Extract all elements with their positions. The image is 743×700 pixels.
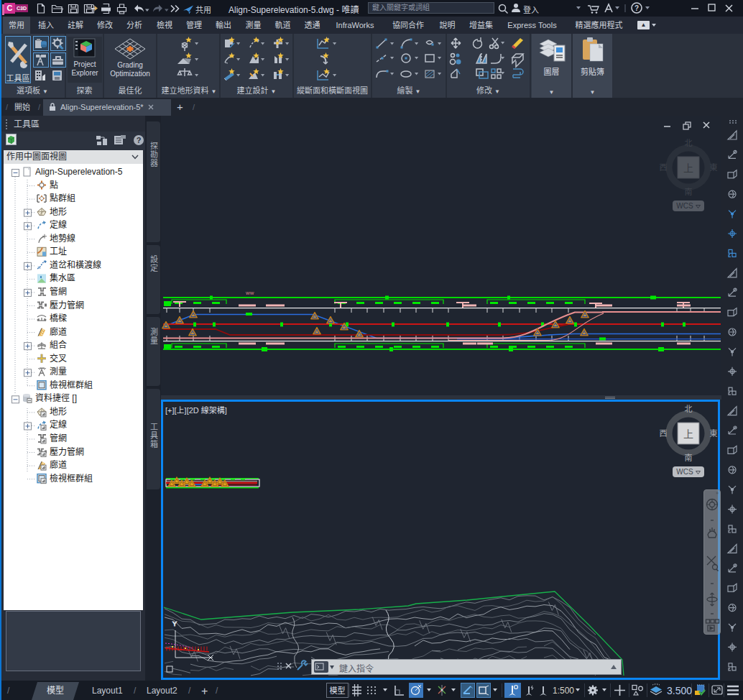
svg-text:WW: WW	[246, 291, 254, 295]
svg-text:Y: Y	[172, 620, 177, 627]
svg-text:?: ?	[137, 136, 142, 144]
svg-text:?: ?	[634, 4, 639, 12]
